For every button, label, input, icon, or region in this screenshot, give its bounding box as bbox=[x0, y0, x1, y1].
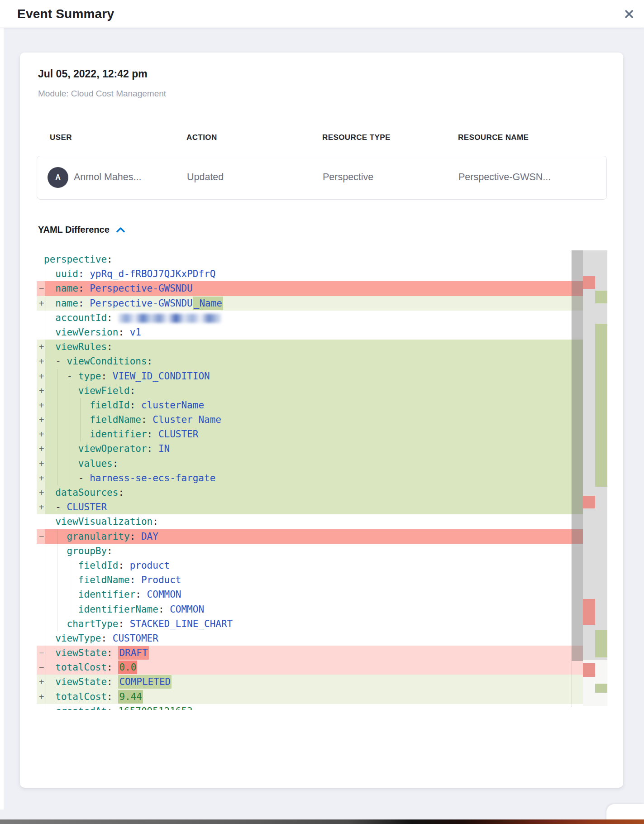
code-token: CLUSTER bbox=[158, 429, 199, 440]
indent-guide bbox=[46, 311, 46, 325]
diff-line: − viewState: DRAFT bbox=[37, 646, 583, 660]
indent-guide bbox=[46, 617, 46, 631]
code-token: chartType bbox=[67, 618, 119, 629]
code-token: : bbox=[147, 429, 158, 440]
added-line-sign: + bbox=[39, 456, 46, 471]
diff-overview-ruler[interactable] bbox=[583, 250, 607, 710]
code-token: - bbox=[78, 473, 90, 484]
added-line-sign: + bbox=[39, 369, 46, 383]
indent-guide bbox=[69, 383, 69, 398]
code-token: : bbox=[107, 662, 118, 673]
indent-guide bbox=[46, 544, 46, 558]
code-token: Perspective-GWSNDU bbox=[90, 298, 193, 309]
background-corner-card bbox=[606, 804, 644, 820]
indent-guide bbox=[69, 441, 69, 456]
indent-guide bbox=[57, 602, 57, 617]
code-token: : bbox=[118, 618, 129, 629]
code-token: name bbox=[55, 298, 78, 309]
code-token: - bbox=[55, 502, 67, 513]
indent-guide bbox=[69, 427, 69, 441]
close-button[interactable] bbox=[620, 6, 638, 23]
indent-guide bbox=[69, 587, 69, 602]
indent-guide bbox=[57, 544, 57, 558]
code-token: : bbox=[118, 327, 129, 338]
code-token: : bbox=[130, 531, 141, 542]
code-token: name bbox=[55, 283, 78, 294]
added-line-sign: + bbox=[39, 471, 46, 485]
diff-line: fieldId: product bbox=[37, 558, 583, 573]
code-token: : bbox=[153, 516, 158, 527]
diff-line: identifierName: COMMON bbox=[37, 602, 583, 617]
ruler-added-marker bbox=[595, 684, 607, 693]
yaml-difference-section: YAML Difference bbox=[38, 225, 125, 235]
added-line-sign: + bbox=[39, 441, 46, 456]
code-token: harness-se-ecs-fargate bbox=[90, 473, 215, 484]
code-token: viewVersion bbox=[55, 327, 118, 338]
code-token: CLUSTER bbox=[67, 502, 107, 513]
diff-line: uuid: ypRq_d-fRBOJ7QJKxPDfrQ bbox=[37, 267, 583, 281]
code-token: type bbox=[78, 371, 101, 382]
code-token: : bbox=[130, 400, 141, 411]
added-line-sign: + bbox=[39, 296, 46, 311]
indent-guide bbox=[46, 631, 46, 646]
code-token: - bbox=[67, 371, 78, 382]
code-token: totalCost bbox=[55, 691, 107, 702]
indent-guide bbox=[69, 573, 69, 587]
code-token: IN bbox=[158, 443, 170, 454]
code-token: : bbox=[158, 604, 170, 615]
ruler-removed-marker bbox=[583, 599, 595, 625]
avatar: A bbox=[48, 167, 68, 188]
column-header-user: USER bbox=[50, 133, 72, 142]
diff-line: + totalCost: 9.44 bbox=[37, 690, 583, 704]
code-token: : bbox=[78, 298, 90, 309]
code-token: clusterName bbox=[141, 400, 204, 411]
code-token: granularity bbox=[67, 531, 130, 542]
column-header-resource-type: RESOURCE TYPE bbox=[322, 133, 391, 142]
event-timestamp: Jul 05, 2022, 12:42 pm bbox=[38, 68, 148, 80]
code-token: : bbox=[118, 560, 129, 571]
chevron-up-icon[interactable] bbox=[116, 226, 125, 233]
indent-guide bbox=[57, 471, 57, 485]
audit-table-row[interactable]: A Anmol Mahes... Updated Perspective Per… bbox=[37, 156, 607, 200]
diff-line: + - viewConditions: bbox=[37, 354, 583, 369]
indent-guide bbox=[46, 587, 46, 602]
code-token: : bbox=[118, 487, 124, 498]
ruler-removed-marker bbox=[583, 276, 595, 289]
code-token: viewVisualization bbox=[55, 516, 153, 527]
code-token: identifier bbox=[78, 589, 135, 600]
close-icon bbox=[624, 9, 634, 21]
code-token: : bbox=[130, 385, 136, 396]
code-token: STACKED_LINE_CHART bbox=[130, 618, 233, 629]
code-token: : bbox=[107, 691, 118, 702]
code-token: fieldName bbox=[90, 414, 141, 425]
code-token: accountId bbox=[55, 312, 107, 323]
code-token: createdAt bbox=[55, 706, 107, 710]
ruler-added-marker bbox=[595, 291, 607, 303]
diff-line: + identifier: CLUSTER bbox=[37, 427, 583, 441]
code-token: : bbox=[78, 283, 90, 294]
column-header-action: ACTION bbox=[186, 133, 217, 142]
diff-line: viewVisualization: bbox=[37, 514, 583, 529]
scrollbar-thumb[interactable] bbox=[572, 250, 583, 661]
indent-guide bbox=[69, 456, 69, 471]
indent-guide bbox=[46, 267, 46, 281]
code-token: ypRq_d-fRBOJ7QJKxPDfrQ bbox=[90, 268, 215, 279]
diff-line: + viewField: bbox=[37, 383, 583, 398]
ruler-removed-marker bbox=[583, 663, 595, 677]
diff-line: + viewOperator: IN bbox=[37, 441, 583, 456]
code-token: viewConditions bbox=[67, 356, 147, 367]
diff-line: + viewState: COMPLETED bbox=[37, 675, 583, 689]
indent-guide bbox=[57, 587, 57, 602]
indent-guide bbox=[46, 514, 46, 529]
removed-line-sign: − bbox=[39, 281, 46, 296]
code-token: DRAFT bbox=[118, 646, 148, 660]
ruler-removed-marker bbox=[583, 496, 595, 508]
diff-line: + fieldName: Cluster Name bbox=[37, 412, 583, 427]
diff-line: viewVersion: v1 bbox=[37, 325, 583, 340]
removed-line-sign: − bbox=[39, 529, 46, 544]
column-header-resource-name: RESOURCE NAME bbox=[458, 133, 529, 142]
indent-guide bbox=[46, 704, 46, 710]
diff-line: + viewRules: bbox=[37, 340, 583, 354]
ruler-added-marker bbox=[595, 630, 607, 657]
code-token: : bbox=[107, 546, 113, 556]
